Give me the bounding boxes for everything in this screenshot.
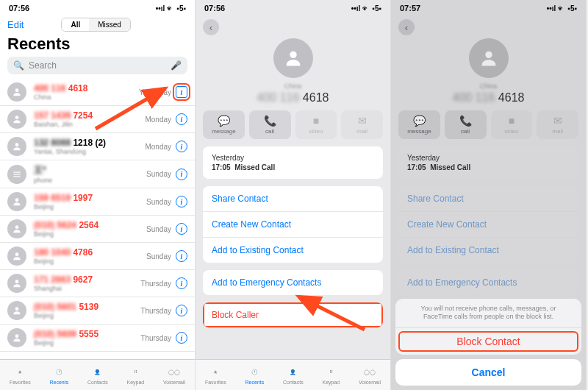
row-content: 157 1439 7254Baishan, Jilin	[34, 110, 145, 128]
sheet-body: You will not receive phone calls, messag…	[395, 299, 581, 355]
action-call[interactable]: 📞call	[249, 110, 291, 139]
row-content: (010) 5601 5139Beijing	[34, 302, 140, 319]
star-icon: ★	[13, 366, 26, 379]
contact-number: 400 116 4618	[196, 91, 390, 104]
seg-all[interactable]: All	[62, 18, 89, 31]
row-date: Monday	[145, 143, 171, 151]
clock-icon: 🕐	[52, 366, 65, 379]
contact-options-card: Share Contact Create New Contact Add to …	[203, 186, 383, 263]
svg-point-11	[15, 334, 19, 338]
recents-row[interactable]: 171 2663 9627ShanghaiThursdayi	[0, 270, 195, 297]
svg-rect-5	[13, 176, 20, 177]
chevron-left-icon: ‹	[209, 22, 212, 33]
detail-cards: Yesterday 17:05 Missed Call Share Contac…	[196, 146, 390, 327]
row-date: Thursday	[140, 280, 171, 288]
row-date: Thursday	[140, 334, 171, 342]
action-message[interactable]: 💬message	[203, 110, 245, 139]
row-date: Monday	[145, 116, 171, 124]
tab-voicemail[interactable]: ◯◯Voicemail	[359, 366, 381, 385]
svg-rect-3	[13, 171, 20, 172]
row-content: 132 8088 1218 (2)Yantai, Shandong	[34, 138, 145, 155]
info-button[interactable]: i	[176, 223, 187, 235]
tab-keypad[interactable]: ⠿Keypad	[127, 366, 145, 385]
person-icon	[7, 137, 26, 156]
screen-contact-detail: 07:56 ••ılᯤ▪5▪ ‹ China 400 116 4618 💬mes…	[196, 0, 391, 390]
search-placeholder: Search	[29, 60, 57, 71]
create-new-contact[interactable]: Create New Contact	[203, 212, 383, 238]
tab-contacts[interactable]: 👤Contacts	[283, 366, 304, 385]
block-caller[interactable]: Block Caller	[203, 302, 383, 327]
info-button[interactable]: i	[176, 277, 187, 289]
tab-bar: ★Favorites 🕐Recents 👤Contacts ⠿Keypad ◯◯…	[196, 359, 390, 390]
tab-voicemail[interactable]: ◯◯Voicemail	[163, 366, 185, 385]
person-icon	[7, 82, 26, 102]
tab-keypad[interactable]: ⠿Keypad	[323, 366, 340, 385]
info-button[interactable]: i	[176, 113, 187, 125]
row-date: Sunday	[146, 170, 171, 178]
cancel-button[interactable]: Cancel	[395, 359, 581, 386]
recents-row[interactable]: 180 1040 4786BeijingSundayi	[0, 243, 195, 270]
emergency-card: Add to Emergency Contacts	[203, 270, 383, 295]
recents-row[interactable]: 159 6519 1997BeijingSundayi	[0, 188, 195, 216]
tab-recents[interactable]: 🕐Recents	[50, 366, 69, 385]
person-icon: 👤	[91, 366, 104, 379]
row-content: 171 2663 9627Shanghai	[34, 274, 140, 292]
status-time: 07:56	[9, 4, 29, 13]
info-button[interactable]: i	[176, 169, 187, 180]
screen-recents: 07:56 ••ılᯤ▪5▪ Edit All Missed Recents 🔍…	[0, 0, 196, 390]
segmented-control[interactable]: All Missed	[61, 18, 130, 32]
history-entry: Yesterday 17:05 Missed Call	[203, 146, 383, 179]
recents-list: 400 116 4618ChinaYesterdayi157 1439 7254…	[0, 79, 195, 352]
recents-row[interactable]: 157 1439 7254Baishan, JilinMondayi	[0, 106, 195, 133]
person-icon	[7, 301, 26, 320]
info-button[interactable]: i	[176, 250, 187, 262]
seg-missed[interactable]: Missed	[89, 18, 130, 31]
list-icon	[7, 165, 26, 184]
block-contact-button[interactable]: Block Contact	[395, 328, 581, 355]
tab-contacts[interactable]: 👤Contacts	[87, 366, 108, 385]
status-icons: ••ılᯤ▪5▪	[351, 4, 381, 13]
recents-row[interactable]: (010) 5624 2564BeijingSundayi	[0, 216, 195, 243]
svg-point-0	[15, 88, 19, 92]
recents-row[interactable]: (010) 5601 5139BeijingThursdayi	[0, 297, 195, 325]
row-content: (010) 5624 2564Beijing	[34, 220, 146, 238]
recents-row[interactable]: (010) 5609 5555BeijingThursdayi	[0, 325, 195, 352]
row-content: 159 6519 1997Beijing	[34, 193, 146, 210]
sheet-message: You will not receive phone calls, messag…	[395, 299, 581, 328]
row-content: 400 116 4618China	[34, 83, 139, 101]
search-input[interactable]: 🔍 Search 🎤	[7, 57, 187, 74]
info-button[interactable]: i	[176, 305, 187, 316]
recents-row[interactable]: 400 116 4618ChinaYesterdayi	[0, 79, 195, 106]
person-icon	[7, 328, 26, 347]
info-button[interactable]: i	[176, 141, 187, 152]
tab-recents[interactable]: 🕐Recents	[245, 366, 265, 385]
info-button[interactable]: i	[176, 196, 187, 208]
edit-button[interactable]: Edit	[7, 19, 24, 30]
person-icon	[7, 274, 26, 293]
voicemail-icon: ◯◯	[168, 366, 181, 379]
person-icon	[7, 219, 26, 238]
add-to-existing[interactable]: Add to Existing Contact	[203, 238, 383, 263]
row-date: Yesterday	[139, 88, 171, 96]
status-bar: 07:56 ••ılᯤ▪5▪	[0, 0, 195, 16]
tab-favorites[interactable]: ★Favorites	[10, 366, 31, 385]
svg-point-10	[15, 307, 19, 311]
info-button[interactable]: i	[176, 86, 187, 98]
contact-header: China 400 116 4618	[196, 16, 390, 110]
back-button[interactable]: ‹	[203, 19, 219, 35]
svg-point-2	[15, 143, 19, 146]
share-contact[interactable]: Share Contact	[203, 186, 383, 212]
mic-icon[interactable]: 🎤	[171, 60, 182, 71]
phone-icon: 📞	[264, 115, 276, 127]
action-video: ■video	[295, 110, 337, 139]
recents-row[interactable]: 王*phoneSundayi	[0, 160, 195, 188]
row-content: 王*phone	[34, 164, 146, 184]
recents-row[interactable]: 132 8088 1218 (2)Yantai, ShandongMondayi	[0, 133, 195, 160]
svg-rect-4	[13, 174, 20, 174]
svg-point-1	[15, 116, 19, 119]
tab-favorites[interactable]: ★Favorites	[205, 366, 226, 385]
info-button[interactable]: i	[176, 332, 187, 344]
add-emergency[interactable]: Add to Emergency Contacts	[203, 270, 383, 295]
block-card: Block Caller	[203, 302, 383, 327]
row-content: (010) 5609 5555Beijing	[34, 329, 140, 347]
